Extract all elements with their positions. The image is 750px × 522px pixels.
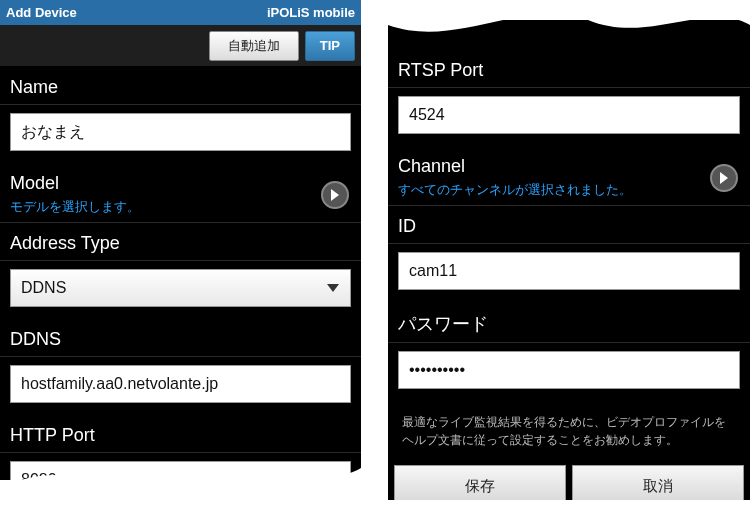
save-label: 保存 [465,477,495,496]
section-rtsp-port: RTSP Port [388,50,750,88]
rtsp-port-input[interactable]: 4524 [398,96,740,134]
section-password: パスワード [388,302,750,343]
http-port-value: 8080 [21,471,57,480]
section-channel[interactable]: Channel すべてのチャンネルが選択されました。 [388,146,750,206]
help-text: 最適なライブ監視結果を得るために、ビデオプロファイルをヘルプ文書に従って設定する… [388,401,750,465]
panel-spacer [388,20,750,50]
title-right: iPOLiS mobile [267,5,355,20]
right-panel: RTSP Port 4524 Channel すべてのチャンネルが選択されました… [388,20,750,500]
id-value: cam11 [409,262,457,280]
auto-add-button[interactable]: 自動追加 [209,31,299,61]
section-name: Name [0,67,361,105]
address-type-select[interactable]: DDNS [10,269,351,307]
channel-label: Channel [398,156,632,177]
address-type-value: DDNS [21,279,66,297]
id-input[interactable]: cam11 [398,252,740,290]
name-input[interactable]: おなまえ [10,113,351,151]
ddns-input[interactable]: hostfamily.aa0.netvolante.jp [10,365,351,403]
titlebar: Add Device iPOLiS mobile [0,0,361,25]
password-label: パスワード [398,312,740,336]
tip-button[interactable]: TIP [305,31,355,61]
auto-add-label: 自動追加 [228,37,280,55]
password-input[interactable]: •••••••••• [398,351,740,389]
tip-label: TIP [320,38,340,53]
section-model[interactable]: Model モデルを選択します。 [0,163,361,223]
ddns-label: DDNS [10,329,351,350]
http-port-label: HTTP Port [10,425,351,446]
rtsp-port-label: RTSP Port [398,60,740,81]
http-port-input[interactable]: 8080 [10,461,351,480]
password-value: •••••••••• [409,361,465,379]
model-hint: モデルを選択します。 [10,198,140,216]
name-value: おなまえ [21,122,85,143]
save-button[interactable]: 保存 [394,465,566,500]
ddns-value: hostfamily.aa0.netvolante.jp [21,375,218,393]
chevron-right-icon[interactable] [321,181,349,209]
chevron-right-icon[interactable] [710,164,738,192]
section-ddns: DDNS [0,319,361,357]
toolbar: 自動追加 TIP [0,25,361,67]
action-bar: 保存 取消 [388,465,750,500]
name-label: Name [10,77,351,98]
title-left: Add Device [6,5,77,20]
cancel-label: 取消 [643,477,673,496]
cancel-button[interactable]: 取消 [572,465,744,500]
rtsp-port-value: 4524 [409,106,445,124]
dropdown-caret-icon [326,279,340,297]
model-label: Model [10,173,140,194]
section-http-port: HTTP Port [0,415,361,453]
section-id: ID [388,206,750,244]
section-address-type: Address Type [0,223,361,261]
address-type-label: Address Type [10,233,351,254]
left-panel: Add Device iPOLiS mobile 自動追加 TIP Name お… [0,0,361,480]
channel-hint: すべてのチャンネルが選択されました。 [398,181,632,199]
id-label: ID [398,216,740,237]
